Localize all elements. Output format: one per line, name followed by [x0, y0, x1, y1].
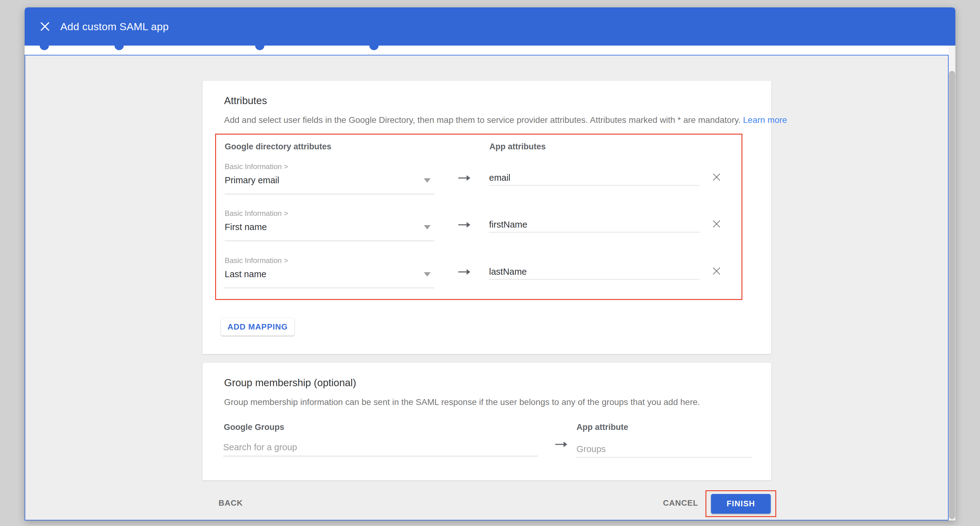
add-mapping-button[interactable]: ADD MAPPING — [221, 318, 294, 336]
mapping-row: Basic Information > Last name — [225, 255, 733, 301]
attributes-title: Attributes — [224, 95, 267, 107]
page-background: { "header": { "title": "Add custom SAML … — [0, 0, 980, 526]
app-attribute-input[interactable] — [489, 217, 700, 233]
directory-category-label: Basic Information > — [225, 209, 288, 218]
attributes-card: Attributes Add and select user fields in… — [202, 81, 771, 354]
content-panel: Attributes Add and select user fields in… — [25, 55, 948, 520]
directory-attribute-select[interactable]: First name — [225, 220, 434, 241]
finish-button[interactable]: FINISH — [711, 494, 771, 514]
attributes-description: Add and select user fields in the Google… — [224, 115, 787, 125]
directory-category-label: Basic Information > — [225, 162, 288, 171]
directory-attributes-column-header: Google directory attributes — [225, 142, 331, 151]
add-saml-app-dialog: Add custom SAML app Attributes Add and s… — [25, 7, 955, 520]
mapping-row: Basic Information > Primary email — [225, 161, 733, 207]
app-attribute-input[interactable] — [489, 170, 700, 186]
directory-attribute-select[interactable]: Primary email — [225, 174, 434, 194]
scrollbar-thumb[interactable] — [949, 71, 955, 519]
group-membership-card: Group membership (optional) Group member… — [202, 363, 771, 480]
close-icon[interactable] — [39, 20, 51, 33]
directory-category-label: Basic Information > — [225, 256, 288, 265]
remove-mapping-icon[interactable] — [711, 172, 722, 183]
dropdown-caret-icon — [424, 225, 431, 230]
directory-attribute-select[interactable]: Last name — [225, 267, 434, 288]
group-membership-description: Group membership information can be sent… — [224, 397, 700, 407]
directory-attribute-value: Last name — [225, 269, 266, 279]
scrollbar-track[interactable] — [948, 46, 955, 520]
group-app-attribute-input[interactable] — [576, 441, 752, 457]
dropdown-caret-icon — [424, 178, 431, 183]
arrow-right-icon — [457, 220, 471, 230]
group-membership-title: Group membership (optional) — [224, 377, 356, 389]
dialog-header: Add custom SAML app — [25, 7, 955, 46]
learn-more-link[interactable]: Learn more — [743, 115, 787, 125]
app-attribute-label: App attribute — [576, 422, 628, 432]
google-groups-label: Google Groups — [224, 422, 285, 432]
dropdown-caret-icon — [424, 272, 431, 277]
directory-attribute-value: Primary email — [225, 175, 279, 185]
arrow-right-icon — [457, 174, 471, 183]
app-attribute-input[interactable] — [489, 264, 700, 280]
app-attributes-column-header: App attributes — [489, 142, 546, 151]
group-search-input[interactable] — [223, 438, 538, 456]
attributes-description-text: Add and select user fields in the Google… — [224, 115, 741, 125]
remove-mapping-icon[interactable] — [711, 265, 722, 277]
directory-attribute-value: First name — [225, 222, 267, 232]
dialog-title: Add custom SAML app — [60, 21, 169, 33]
arrow-right-icon — [554, 440, 568, 449]
cancel-button[interactable]: CANCEL — [663, 498, 698, 508]
back-button[interactable]: BACK — [218, 498, 243, 508]
arrow-right-icon — [457, 267, 471, 277]
remove-mapping-icon[interactable] — [711, 218, 722, 230]
annotation-box-mappings: Google directory attributes App attribut… — [215, 134, 742, 300]
mapping-row: Basic Information > First name — [225, 208, 733, 254]
annotation-box-finish: FINISH — [705, 490, 776, 517]
